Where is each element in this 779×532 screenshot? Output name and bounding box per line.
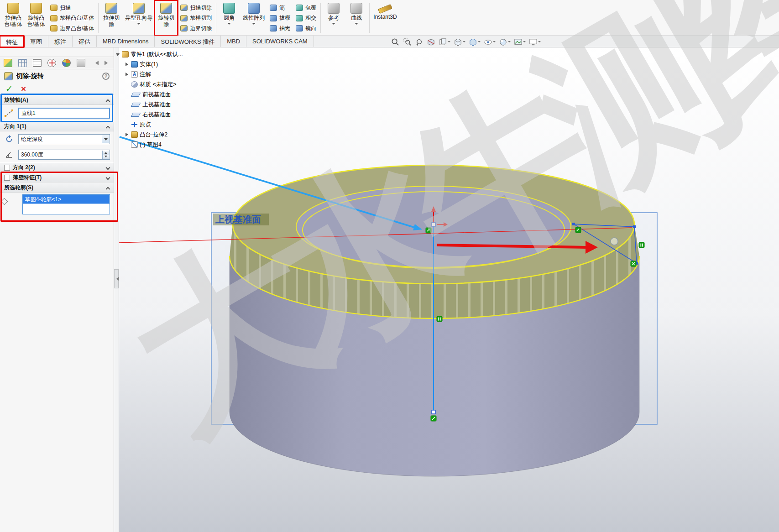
fillet-caret-icon[interactable]	[227, 23, 231, 26]
tree-item-annotations[interactable]: A 注解	[125, 69, 207, 79]
spin-up-icon[interactable]	[103, 151, 109, 155]
tree-item-sketch4[interactable]: (-) 草图4	[125, 140, 207, 150]
extruded-cut-icon	[105, 3, 117, 14]
expand-caret-icon[interactable]	[116, 52, 120, 57]
cancel-button[interactable]: ×	[21, 84, 26, 94]
tree-item-right-plane[interactable]: 右视基准面	[125, 110, 207, 120]
view-orientation-icon[interactable]	[453, 38, 466, 47]
tab-markup[interactable]: 标注	[48, 36, 73, 47]
rib-icon	[270, 5, 277, 11]
help-icon[interactable]: ?	[102, 73, 110, 80]
revolve-angle-input[interactable]: 360.00度	[18, 150, 110, 160]
tab-cam[interactable]: SOLIDWORKS CAM	[246, 36, 314, 47]
instant3d-button[interactable]: Instant3D	[371, 1, 399, 35]
propertymanager-tab-icon[interactable]	[4, 59, 12, 67]
extruded-boss-button[interactable]: 拉伸凸台/基体	[2, 1, 25, 35]
linear-pattern-caret-icon[interactable]	[252, 23, 256, 26]
configuration-tab-icon[interactable]	[18, 59, 27, 67]
hole-wizard-button[interactable]: 异型孔向导	[123, 1, 155, 35]
reverse-direction-icon[interactable]	[4, 134, 15, 144]
tab-sketch[interactable]: 草图	[24, 36, 48, 47]
swept-cut-button[interactable]: 扫描切除	[180, 3, 212, 13]
tree-item-boss-extrude[interactable]: 凸台-拉伸2	[125, 130, 207, 140]
lofted-boss-button[interactable]: 放样凸台/基体	[50, 13, 94, 23]
tree-item-front-plane[interactable]: 前视基准面	[125, 89, 207, 99]
zoom-area-icon[interactable]	[402, 38, 413, 47]
extruded-cut-button[interactable]: 拉伸切除	[100, 1, 123, 35]
axis-section-header[interactable]: 旋转轴(A)	[0, 95, 114, 105]
tab-mbd-dimensions[interactable]: MBD Dimensions	[97, 36, 155, 47]
extra-tab-icon[interactable]	[77, 59, 85, 67]
panel-collapse-handle[interactable]	[114, 269, 119, 288]
thin-feature-checkbox[interactable]	[4, 175, 10, 181]
cam-tab-icon[interactable]	[62, 59, 71, 67]
panel-tab-strip	[0, 57, 114, 69]
view-settings-icon[interactable]	[528, 38, 542, 47]
boundary-cut-button[interactable]: 边界切除	[180, 23, 212, 33]
tree-item-origin[interactable]: 原点	[125, 120, 207, 130]
tab-addins[interactable]: SOLIDWORKS 插件	[155, 36, 221, 47]
graphics-viewport[interactable]: 上视基准面	[114, 47, 779, 532]
edit-appearance-icon[interactable]	[498, 38, 512, 47]
direction2-section-header[interactable]: 方向 2(2)	[0, 162, 114, 172]
direction2-checkbox[interactable]	[4, 165, 10, 171]
reference-geometry-button[interactable]: 参考	[322, 1, 345, 35]
display-style-icon[interactable]	[468, 38, 481, 47]
annotation-views-icon[interactable]	[438, 38, 451, 47]
revolved-cut-button[interactable]: 旋转切除	[155, 1, 178, 35]
tab-scroll-right-icon[interactable]	[105, 61, 110, 65]
tree-item-top-plane[interactable]: 上视基准面	[125, 99, 207, 110]
curves-caret-icon[interactable]	[355, 23, 358, 26]
linear-pattern-icon	[248, 3, 260, 14]
hole-wizard-caret-icon[interactable]	[137, 23, 141, 26]
dropdown-arrow-icon[interactable]	[102, 135, 109, 143]
axis-bottom-point[interactable]	[432, 410, 435, 414]
fillet-button[interactable]: 圆角	[218, 1, 240, 35]
direction1-section-header[interactable]: 方向 1(1)	[0, 121, 114, 131]
ok-button[interactable]: ✓	[5, 83, 13, 94]
reference-caret-icon[interactable]	[332, 23, 335, 26]
selected-contour-item[interactable]: 草图4-轮廓<1>	[23, 195, 110, 204]
hide-show-items-icon[interactable]	[483, 38, 497, 47]
tree-item-material[interactable]: 材质 <未指定>	[125, 79, 207, 89]
expand-caret-icon[interactable]	[125, 73, 129, 77]
collapse-chevron-icon	[106, 187, 110, 191]
sweep-button[interactable]: 扫描	[50, 3, 94, 13]
boundary-boss-button[interactable]: 边界凸台/基体	[50, 23, 94, 33]
selected-contours-list[interactable]: 草图4-轮廓<1>	[22, 194, 110, 214]
end-condition-select[interactable]: 给定深度	[18, 134, 110, 144]
linear-pattern-button[interactable]: 线性阵列	[240, 1, 267, 35]
revolved-boss-button[interactable]: 旋转凸台/基体	[25, 1, 47, 35]
wrap-button[interactable]: 包覆	[296, 3, 316, 13]
tab-scroll-left-icon[interactable]	[93, 61, 99, 65]
dimxpert-tab-icon[interactable]	[33, 59, 42, 67]
selected-contours-section-header[interactable]: 所选轮廓(S)	[0, 183, 114, 193]
expand-caret-icon[interactable]	[125, 63, 129, 67]
shell-button[interactable]: 抽壳	[270, 23, 290, 33]
display-manager-tab-icon[interactable]	[47, 59, 56, 67]
tab-evaluate[interactable]: 评估	[73, 36, 97, 47]
lofted-cut-button[interactable]: 放样切割	[180, 13, 212, 23]
rib-button[interactable]: 筋	[270, 3, 290, 13]
boss-extrude-icon	[131, 131, 138, 138]
previous-view-icon[interactable]	[414, 38, 424, 47]
tree-item-solid-bodies[interactable]: 实体(1)	[125, 59, 207, 69]
spin-down-icon[interactable]	[103, 155, 109, 159]
apply-scene-icon[interactable]	[513, 38, 527, 47]
axis-selection-field[interactable]: 直线1	[18, 108, 110, 119]
thin-feature-section-header[interactable]: 薄壁特征(T)	[0, 172, 114, 183]
mirror-button[interactable]: 镜向	[296, 23, 316, 33]
draft-button[interactable]: 拔模	[270, 13, 290, 23]
tab-mbd[interactable]: MBD	[221, 36, 246, 47]
tab-features[interactable]: 特征	[0, 36, 24, 47]
zoom-to-fit-icon[interactable]	[390, 38, 401, 47]
curves-button[interactable]: 曲线	[345, 1, 368, 35]
intersect-button[interactable]: 相交	[296, 13, 316, 23]
sketch-endpoint[interactable]	[633, 225, 636, 228]
axis-top-point[interactable]	[432, 223, 435, 226]
tree-item-part[interactable]: 零件1 (默认<<默认...	[116, 49, 207, 59]
expand-caret-icon[interactable]	[125, 133, 129, 137]
revolved-cut-icon	[160, 3, 172, 14]
section-view-icon[interactable]	[426, 38, 436, 47]
sketch-endpoint[interactable]	[572, 223, 575, 225]
